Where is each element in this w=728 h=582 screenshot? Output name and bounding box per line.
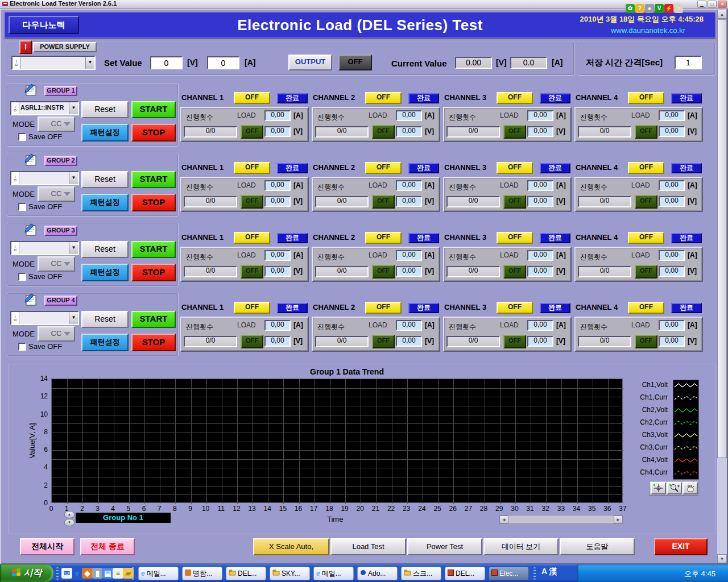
ie-icon[interactable]: e [72, 568, 82, 579]
group-4-reset-button[interactable]: Reset [81, 311, 129, 328]
legend-item-Ch4,Curr[interactable]: Ch4,Curr [628, 468, 668, 476]
bottom-button-6[interactable]: 도움말 [560, 538, 635, 555]
nateon-icon[interactable]: ◆ [82, 568, 93, 579]
group-3-channel-1-done-button[interactable]: 완료 [277, 233, 308, 243]
group-4-mode-dropdown[interactable]: CC [38, 326, 75, 342]
group-1-channel-4-load-led[interactable]: OFF [635, 125, 657, 139]
window-v-scrollbar[interactable]: ▲ ▼ [717, 10, 727, 563]
group-1-stop-button[interactable]: STOP [131, 124, 176, 142]
group-4-stop-button[interactable]: STOP [131, 334, 176, 351]
group-2-mode-dropdown[interactable]: CC [38, 186, 75, 202]
group-4-channel-3-state-button[interactable]: OFF [497, 302, 533, 314]
group-4-channel-3-load-led[interactable]: OFF [503, 335, 526, 348]
group-3-channel-2-load-led[interactable]: OFF [372, 265, 395, 278]
group-3-save-off-checkbox[interactable] [18, 273, 26, 281]
taskband-grip[interactable] [132, 567, 134, 580]
group-1-channel-1-done-button[interactable]: 완료 [277, 93, 308, 103]
group-2-channel-2-done-button[interactable]: 완료 [408, 163, 439, 173]
gray-icon[interactable]: ● [645, 4, 654, 13]
group-4-channel-4-state-button[interactable]: OFF [628, 302, 664, 314]
document-icon[interactable]: ▤ [102, 568, 113, 579]
group-2-channel-3-state-button[interactable]: OFF [497, 162, 533, 174]
scroll-thumb[interactable] [717, 19, 727, 458]
group-1-channel-4-state-button[interactable]: OFF [628, 92, 664, 104]
save-interval-input[interactable] [675, 56, 702, 69]
bottom-button-0[interactable]: 전체시작 [20, 538, 75, 555]
task-button-8[interactable]: Elec... [489, 567, 529, 580]
legend-item-Ch1,Volt[interactable]: Ch1,Volt [628, 381, 668, 389]
group-4-io-combo[interactable]: IO▼ [10, 311, 79, 325]
group-4-channel-4-done-button[interactable]: 완료 [671, 303, 702, 313]
timer-icon[interactable]: ◔ [674, 4, 683, 13]
group-2-channel-4-load-led[interactable]: OFF [635, 195, 657, 209]
group-3-channel-3-state-button[interactable]: OFF [497, 232, 533, 244]
chart-plot-area[interactable] [51, 379, 623, 503]
power-icon[interactable]: ⚡ [664, 4, 673, 13]
scroll-up-icon[interactable]: ▲ [717, 10, 727, 19]
phone-icon[interactable]: ▮ [92, 568, 103, 579]
group-1-io-combo[interactable]: IOASRL1::INSTR▼ [10, 101, 79, 115]
bottom-button-3[interactable]: Load Test [330, 538, 406, 555]
legend-item-Ch3,Volt[interactable]: Ch3,Volt [628, 431, 668, 439]
group-2-channel-1-state-button[interactable]: OFF [234, 162, 270, 174]
group-4-channel-2-load-led[interactable]: OFF [372, 335, 395, 348]
legend-item-Ch3,Curr[interactable]: Ch3,Curr [628, 443, 668, 451]
group-1-reset-button[interactable]: Reset [81, 101, 129, 118]
task-button-5[interactable]: Ado... [357, 567, 398, 580]
legend-item-Ch2,Volt[interactable]: Ch2,Volt [628, 406, 668, 414]
group-1-start-button[interactable]: START [131, 101, 176, 118]
group-2-channel-3-load-led[interactable]: OFF [503, 195, 526, 209]
group-2-channel-1-done-button[interactable]: 완료 [277, 163, 308, 173]
task-button-0[interactable]: e메일... [138, 567, 179, 580]
group-2-channel-4-done-button[interactable]: 완료 [671, 163, 702, 173]
group-2-channel-4-state-button[interactable]: OFF [628, 162, 664, 174]
group-1-save-off-checkbox[interactable] [18, 133, 26, 141]
output-button[interactable]: OUTPUT [288, 55, 332, 70]
group-3-reset-button[interactable]: Reset [81, 241, 129, 258]
group-1-channel-1-state-button[interactable]: OFF [234, 92, 270, 104]
group-3-mode-dropdown[interactable]: CC [38, 256, 75, 272]
group-selector-down-button[interactable]: ▼ [64, 519, 75, 526]
set-voltage-input[interactable] [150, 56, 183, 69]
chart-scroll-right-icon[interactable]: ► [614, 516, 623, 523]
group-3-channel-4-state-button[interactable]: OFF [628, 232, 664, 244]
group-1-mode-dropdown[interactable]: CC [38, 117, 75, 132]
group-4-channel-2-state-button[interactable]: OFF [365, 302, 402, 314]
group-4-channel-1-load-led[interactable]: OFF [241, 335, 263, 348]
group-3-channel-2-state-button[interactable]: OFF [365, 232, 402, 244]
group-4-pattern-button[interactable]: 패턴설정 [81, 334, 129, 351]
group-2-pattern-button[interactable]: 패턴설정 [81, 194, 129, 211]
alert-icon[interactable]: ? [635, 4, 644, 13]
group-1-channel-1-load-led[interactable]: OFF [241, 125, 263, 139]
group-1-channel-3-load-led[interactable]: OFF [503, 125, 526, 139]
language-grip[interactable] [533, 567, 536, 580]
set-current-input[interactable] [207, 56, 239, 69]
chart-scroll-left-icon[interactable]: ◄ [499, 516, 508, 523]
notepad-icon[interactable]: ≡ [113, 568, 123, 579]
group-4-channel-4-load-led[interactable]: OFF [635, 335, 657, 348]
group-4-start-button[interactable]: START [131, 311, 176, 328]
task-button-1[interactable]: 명함... [182, 567, 222, 580]
crosshair-tool-button[interactable] [651, 482, 666, 494]
group-1-channel-2-state-button[interactable]: OFF [365, 92, 402, 104]
task-button-6[interactable]: 스크... [401, 567, 441, 580]
quicklaunch-grip[interactable] [56, 567, 59, 580]
start-button[interactable]: 시작 [0, 564, 53, 582]
group-3-start-button[interactable]: START [131, 241, 176, 258]
group-3-stop-button[interactable]: STOP [131, 264, 176, 281]
bottom-button-4[interactable]: Power Test [407, 538, 482, 555]
close-button[interactable]: ✕ [718, 1, 727, 8]
zoom-tool-button[interactable] [667, 482, 682, 494]
pan-tool-button[interactable] [682, 482, 698, 494]
legend-item-Ch2,Curr[interactable]: Ch2,Curr [628, 418, 668, 426]
combo-arrow-icon[interactable]: ▼ [69, 172, 78, 184]
group-3-channel-4-load-led[interactable]: OFF [635, 265, 657, 278]
group-2-channel-2-state-button[interactable]: OFF [365, 162, 402, 174]
alert-icon[interactable]: ! [19, 40, 32, 54]
group-1-channel-2-load-led[interactable]: OFF [372, 125, 395, 139]
bottom-button-2[interactable]: X Scale Auto, [253, 538, 329, 555]
group-4-save-off-checkbox[interactable] [18, 343, 26, 351]
chart-h-scrollbar[interactable] [499, 515, 623, 524]
group-2-reset-button[interactable]: Reset [81, 171, 129, 188]
group-1-channel-3-done-button[interactable]: 완료 [540, 93, 570, 103]
